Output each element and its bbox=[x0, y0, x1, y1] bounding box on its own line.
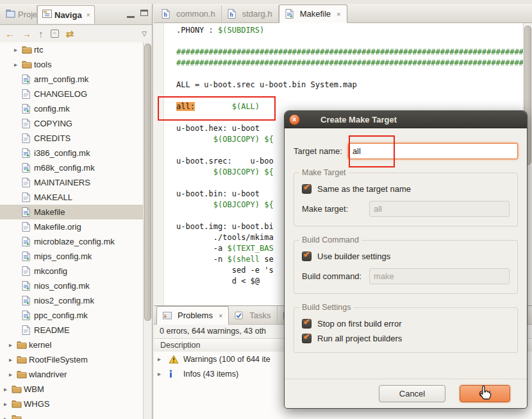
scrollbar-thumb[interactable] bbox=[144, 44, 151, 321]
hfile-icon: h bbox=[228, 9, 239, 19]
warning-icon bbox=[169, 355, 180, 364]
target-name-input[interactable] bbox=[348, 143, 518, 159]
editor-tab-makefile[interactable]: Makefile× bbox=[279, 4, 347, 23]
folder-icon bbox=[22, 46, 33, 54]
tab-project-explorer[interactable]: Projec bbox=[1, 5, 37, 24]
run-all-builders-checkbox[interactable]: ✔ bbox=[302, 334, 312, 343]
expand-arrow-icon[interactable]: ▸ bbox=[158, 370, 165, 377]
mkfile-icon bbox=[22, 74, 33, 84]
collapse-all-icon[interactable]: − bbox=[51, 30, 59, 38]
folder-icon bbox=[22, 60, 33, 69]
tree-item[interactable]: nios2_config.mk bbox=[0, 293, 144, 308]
navigator-icon bbox=[42, 10, 52, 20]
make-target-input bbox=[369, 201, 510, 217]
build-command-input bbox=[369, 268, 510, 284]
expand-arrow-icon[interactable]: ▸ bbox=[4, 386, 12, 393]
back-icon[interactable]: ← bbox=[5, 29, 15, 38]
navigator-scrollbar[interactable] bbox=[143, 42, 152, 419]
use-builder-settings-checkbox[interactable]: ✔ bbox=[302, 252, 312, 261]
tree-item[interactable]: Makefile.orig bbox=[0, 219, 144, 234]
tree-item[interactable]: MAKEALL bbox=[0, 190, 144, 205]
info-icon bbox=[169, 370, 180, 378]
view-menu-icon[interactable]: ▽ bbox=[142, 31, 147, 37]
expand-arrow-icon[interactable]: ▸ bbox=[9, 341, 17, 348]
checkmark-icon: ✔ bbox=[303, 332, 310, 341]
forward-icon[interactable]: → bbox=[22, 29, 31, 38]
code-line bbox=[176, 69, 524, 80]
tree-item[interactable]: m68k_config.mk bbox=[0, 160, 144, 175]
tree-item[interactable]: ▸ bbox=[0, 411, 144, 419]
same-as-target-checkbox[interactable]: ✔ bbox=[302, 184, 312, 194]
folder-icon bbox=[12, 385, 23, 393]
tree-item[interactable]: nios_config.mk bbox=[0, 278, 144, 293]
tree-item[interactable]: CHANGELOG bbox=[0, 87, 144, 101]
tree-item[interactable]: Makefile bbox=[0, 205, 144, 219]
tree-item[interactable]: README bbox=[0, 323, 144, 338]
expand-arrow-icon[interactable]: ▸ bbox=[9, 371, 17, 378]
file-icon bbox=[22, 325, 33, 335]
folder-icon bbox=[17, 355, 28, 364]
expand-arrow-icon[interactable]: ▸ bbox=[9, 356, 17, 363]
tree-item[interactable]: MAINTAINERS bbox=[0, 175, 144, 190]
tree-item[interactable]: ▸WBM bbox=[0, 382, 144, 397]
dialog-title: Create Make Target bbox=[320, 115, 397, 124]
make-target-label: Make target: bbox=[302, 204, 364, 214]
svg-text:h: h bbox=[229, 11, 233, 18]
close-icon[interactable]: × bbox=[337, 10, 340, 18]
navigator-toolbar: ←→↑−⇄▽ bbox=[0, 25, 152, 43]
close-icon[interactable]: × bbox=[219, 312, 222, 320]
expand-arrow-icon[interactable]: ▸ bbox=[4, 415, 12, 419]
group-title: Build Settings bbox=[299, 303, 353, 312]
tree-item[interactable]: CREDITS bbox=[0, 131, 144, 146]
file-tree[interactable]: ▸rtc▸toolsarm_config.mkCHANGELOGconfig.m… bbox=[0, 42, 144, 419]
tree-item[interactable]: mips_config.mk bbox=[0, 249, 144, 264]
editor-tab-stdarg-h[interactable]: hstdarg.h bbox=[222, 5, 279, 22]
build-settings-group: Build Settings ✔ Stop on first build err… bbox=[294, 303, 518, 353]
tree-item[interactable]: ▸wlandriver bbox=[0, 367, 144, 382]
problems-tab-tasks[interactable]: Tasks bbox=[229, 307, 277, 324]
tab-navigator[interactable]: Naviga × bbox=[37, 5, 95, 24]
expand-arrow-icon[interactable]: ▸ bbox=[14, 46, 22, 53]
dialog-titlebar[interactable]: × Create Make Target bbox=[285, 111, 527, 128]
mkfile-icon bbox=[22, 237, 33, 246]
create-make-target-dialog: × Create Make Target Target name: Make T… bbox=[284, 110, 528, 409]
tree-item[interactable]: ▸RootFileSystem bbox=[0, 352, 144, 367]
maximize-icon[interactable] bbox=[140, 10, 148, 16]
expand-arrow-icon[interactable]: ▸ bbox=[4, 400, 12, 407]
folder-icon bbox=[12, 400, 23, 408]
navigator-tabbar: Projec Naviga × bbox=[0, 4, 152, 25]
tree-item[interactable]: config.mk bbox=[0, 101, 144, 116]
tree-item[interactable]: ▸WHGS bbox=[0, 397, 144, 411]
tree-item[interactable]: mkconfig bbox=[0, 264, 144, 278]
tree-item[interactable]: microblaze_config.mk bbox=[0, 234, 144, 249]
tree-item[interactable]: COPYING bbox=[0, 116, 144, 131]
tree-item[interactable]: ▸kernel bbox=[0, 338, 144, 352]
problems-tab-problems[interactable]: Problems× bbox=[156, 306, 229, 325]
tree-item[interactable]: arm_config.mk bbox=[0, 72, 144, 87]
dialog-close-button[interactable]: × bbox=[289, 114, 300, 125]
code-line: ALL = u-boot.srec u-boot.bin System.map bbox=[176, 80, 524, 90]
expand-arrow-icon[interactable]: ▸ bbox=[158, 355, 165, 363]
build-command-label: Build command: bbox=[302, 271, 364, 281]
mkfile-icon bbox=[22, 296, 33, 305]
close-icon[interactable]: × bbox=[87, 12, 90, 19]
code-line bbox=[176, 36, 524, 47]
annotation-ruler bbox=[154, 23, 164, 305]
stop-on-first-error-checkbox[interactable]: ✔ bbox=[302, 319, 312, 329]
group-title: Build Command bbox=[299, 235, 362, 244]
make-target-group: Make Target ✔ Same as the target name Ma… bbox=[294, 168, 518, 227]
folder-icon bbox=[17, 341, 28, 349]
editor-tab-common-h[interactable]: hcommon.h bbox=[156, 5, 222, 22]
tree-item[interactable]: ▸rtc bbox=[0, 42, 144, 57]
minimize-icon[interactable] bbox=[127, 10, 135, 18]
code-line: .PHONY : $(SUBDIRS) bbox=[176, 25, 524, 36]
tasks-icon bbox=[235, 311, 246, 320]
ok-button[interactable]: OK bbox=[460, 385, 510, 402]
tree-item[interactable]: ▸tools bbox=[0, 57, 144, 72]
up-icon[interactable]: ↑ bbox=[38, 29, 44, 38]
cancel-button[interactable]: Cancel bbox=[379, 385, 445, 402]
link-with-editor-icon[interactable]: ⇄ bbox=[66, 29, 74, 38]
tree-item[interactable]: ppc_config.mk bbox=[0, 308, 144, 323]
tree-item[interactable]: i386_config.mk bbox=[0, 146, 144, 160]
expand-arrow-icon[interactable]: ▸ bbox=[14, 61, 22, 68]
